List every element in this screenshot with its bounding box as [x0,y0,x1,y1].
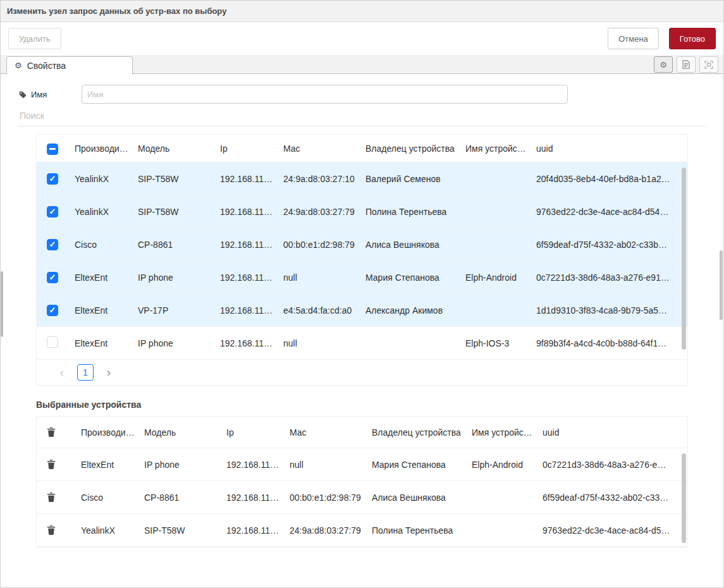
tool-description-button[interactable] [677,56,696,73]
cell-owner: Алиса Вешнякова [365,240,465,250]
row-delete-button[interactable] [47,525,56,535]
column-header-manufacturer: Производит… [81,427,144,438]
column-header-manufacturer: Производит… [75,144,138,154]
column-header-device-name: Имя устройства [472,427,543,438]
cell-model: SIP-T58W [138,207,220,217]
checkbox-checked-icon[interactable] [47,239,58,250]
properties-form: Имя Производит… Модель Ip Mac Владелец у… [1,74,723,548]
cell-manufacturer: YealinkX [75,207,138,217]
checkbox-checked-icon[interactable] [47,272,58,283]
table-row: EltexEntIP phone192.168.11…nullМария Сте… [37,261,687,294]
checkbox-checked-icon[interactable] [47,206,58,217]
gear-icon: ⚙ [15,61,22,70]
column-header-device-name: Имя устройства [465,144,536,154]
cell-mac: e4:5a:d4:fa:cd:a0 [283,305,365,315]
left-edge-scrollbar[interactable] [1,271,3,337]
selected-devices-header: Производит… Модель Ip Mac Владелец устро… [37,417,687,448]
done-button[interactable]: Готово [669,28,716,49]
cell-mac: 24:9a:d8:03:27:10 [283,174,365,184]
row-delete-cell [37,460,81,469]
cell-mac: null [283,273,365,283]
row-delete-cell [37,525,81,535]
cell-model: CP-8861 [138,240,220,250]
column-header-mac: Mac [283,144,365,154]
cell-mac: null [290,460,372,470]
table-row: CiscoCP-8861192.168.11…00:b0:e1:d2:98:79… [37,228,687,261]
cell-mac: 00:b0:e1:d2:98:79 [290,493,372,503]
checkbox-checked-icon[interactable] [47,305,58,316]
cancel-button[interactable]: Отмена [608,28,659,49]
cell-owner: Валерий Семенов [365,174,465,184]
cell-mac: 24:9a:d8:03:27:79 [290,525,372,536]
tag-icon [18,90,27,99]
cell-uuid: 1d1d9310-3f83-4ca8-9b79-5a53dffc1cb2 [536,305,687,315]
right-edge-scrollbar[interactable] [720,250,723,320]
column-header-owner: Владелец устройства [365,144,465,154]
table-row: YealinkXSIP-T58W192.168.11…24:9a:d8:03:2… [37,162,687,195]
name-input[interactable] [82,85,568,104]
tool-properties-button[interactable]: ⚙ [654,56,673,73]
row-select-cell [37,206,75,217]
row-delete-button[interactable] [47,460,56,469]
cell-uuid: 20f4d035-8eb4-40ef-bd8a-b1a2e8980ceb [536,174,687,184]
cell-ip: 192.168.11… [226,525,290,536]
selected-devices-scrollbar[interactable] [682,453,686,543]
cell-uuid: 0c7221d3-38d6-48a3-a276-e917ab7e908d [536,273,687,283]
dialog-header: Изменить узел запрос данных об устр-вах … [1,1,723,22]
column-header-ip: Ip [220,144,283,154]
row-select-cell [37,305,75,316]
tool-appearance-button[interactable] [699,56,718,73]
tab-bar: ⚙ Свойства ⚙ [1,55,723,74]
cell-ip: 192.168.11… [220,240,283,250]
tab-properties[interactable]: ⚙ Свойства [6,56,133,75]
cell-owner: Полина Терентьева [365,207,465,217]
trash-icon [47,525,56,535]
table-row: YealinkXSIP-T58W192.168.11…24:9a:d8:03:2… [37,195,687,228]
devices-table-scrollbar[interactable] [682,168,686,350]
row-select-cell [37,173,75,185]
selected-devices-body: EltexEntIP phone192.168.11…nullМария Сте… [37,448,687,547]
cell-manufacturer: Cisco [81,493,144,503]
cell-uuid: 6f59deaf-d75f-4332-ab02-c33ba3f94e33 [536,240,687,250]
checkbox-unchecked-icon[interactable] [47,336,58,348]
page-1-button[interactable]: 1 [77,364,94,381]
cell-manufacturer: EltexEnt [75,305,138,315]
row-delete-button[interactable] [47,493,56,502]
cell-device_name: Elph-Android [465,273,536,283]
delete-all-cell [37,427,81,437]
cell-ip: 192.168.11… [220,305,283,315]
column-header-mac: Mac [290,427,372,438]
row-select-cell [37,336,75,350]
cell-ip: 192.168.11… [226,460,290,470]
search-input[interactable] [18,106,706,126]
tab-properties-label: Свойства [27,61,66,71]
document-icon [682,60,690,69]
cell-ip: 192.168.11… [220,207,283,217]
table-row: EltexEntIP phone192.168.11…nullElph-IOS-… [37,327,687,360]
cell-owner: Александр Акимов [365,305,465,315]
trash-icon [47,460,56,469]
dialog-toolbar: Удалить Отмена Готово [1,22,723,55]
row-select-cell [37,272,75,283]
delete-node-button[interactable]: Удалить [8,28,61,49]
cell-model: IP phone [144,460,226,470]
checkbox-checked-icon[interactable] [47,173,58,185]
prev-page-button[interactable]: ‹ [54,365,70,380]
row-delete-cell [37,493,81,502]
select-all-cell [37,142,75,155]
cell-uuid: 9763ed22-dc3e-4ace-ac84-d54d1616824f [536,207,687,217]
appearance-icon [704,61,713,69]
column-header-model: Модель [144,427,226,438]
row-select-cell [37,239,75,250]
cell-mac: null [283,338,365,348]
next-page-button[interactable]: › [101,365,116,380]
cell-manufacturer: Cisco [75,240,138,250]
cell-device_name: Elph-Android [472,460,543,470]
cell-device_name: Elph-IOS-3 [465,338,536,348]
delete-all-button[interactable] [47,427,56,437]
column-header-owner: Владелец устройства [372,427,472,438]
trash-icon [47,427,56,437]
select-all-checkbox[interactable] [47,144,58,155]
name-row: Имя [18,84,706,104]
cell-model: VP-17P [138,305,220,315]
